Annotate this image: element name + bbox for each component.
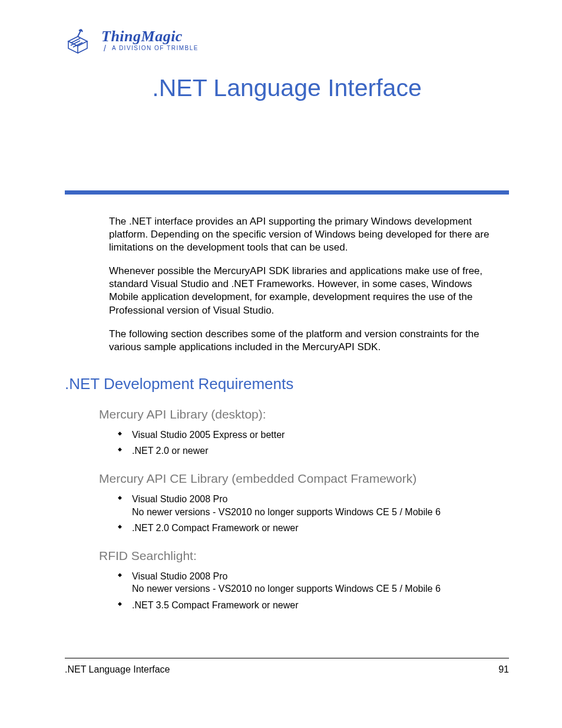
list-item-text: .NET 2.0 Compact Framework or newer	[132, 523, 298, 533]
list-item: Visual Studio 2005 Express or better	[118, 429, 509, 442]
list-item: Visual Studio 2008 Pro No newer versions…	[118, 493, 509, 518]
brand-logo: ThingMagic A DIVISION OF TRIMBLE	[65, 24, 509, 57]
list-item: .NET 2.0 Compact Framework or newer	[118, 522, 509, 535]
sub-heading: RFID Searchlight:	[99, 549, 509, 563]
footer-title: .NET Language Interface	[65, 664, 170, 675]
list-item-note: No newer versions - VS2010 no longer sup…	[132, 506, 509, 519]
page-title: .NET Language Interface	[65, 74, 509, 102]
page-footer: .NET Language Interface 91	[65, 658, 509, 675]
intro-block: The .NET interface provides an API suppo…	[109, 215, 503, 354]
list-item-text: .NET 2.0 or newer	[132, 446, 209, 456]
list-item: .NET 2.0 or newer	[118, 444, 509, 457]
logo-subtitle: A DIVISION OF TRIMBLE	[112, 45, 199, 51]
list-item: Visual Studio 2008 Pro No newer versions…	[118, 570, 509, 595]
list-item-text: Visual Studio 2005 Express or better	[132, 430, 285, 440]
section-heading: .NET Development Requirements	[65, 375, 509, 393]
intro-paragraph: The following section describes some of …	[109, 328, 503, 354]
intro-paragraph: Whenever possible the MercuryAPI SDK lib…	[109, 265, 503, 317]
intro-paragraph: The .NET interface provides an API suppo…	[109, 215, 503, 254]
list-item-text: Visual Studio 2008 Pro	[132, 571, 227, 581]
list-item-note: No newer versions - VS2010 no longer sup…	[132, 582, 509, 595]
logo-text: ThingMagic A DIVISION OF TRIMBLE	[101, 29, 199, 51]
sub-heading: Mercury API CE Library (embedded Compact…	[99, 472, 509, 486]
divider-bar	[65, 190, 509, 195]
list-item: .NET 3.5 Compact Framework or newer	[118, 599, 509, 612]
list-item-text: Visual Studio 2008 Pro	[132, 494, 227, 504]
footer-page-number: 91	[498, 664, 509, 675]
requirement-list: Visual Studio 2005 Express or better .NE…	[118, 429, 509, 457]
logo-title: ThingMagic	[101, 29, 199, 44]
sub-heading: Mercury API Library (desktop):	[99, 407, 509, 421]
requirement-list: Visual Studio 2008 Pro No newer versions…	[118, 493, 509, 535]
cube-arrow-icon	[65, 24, 97, 57]
list-item-text: .NET 3.5 Compact Framework or newer	[132, 600, 298, 610]
requirement-list: Visual Studio 2008 Pro No newer versions…	[118, 570, 509, 612]
